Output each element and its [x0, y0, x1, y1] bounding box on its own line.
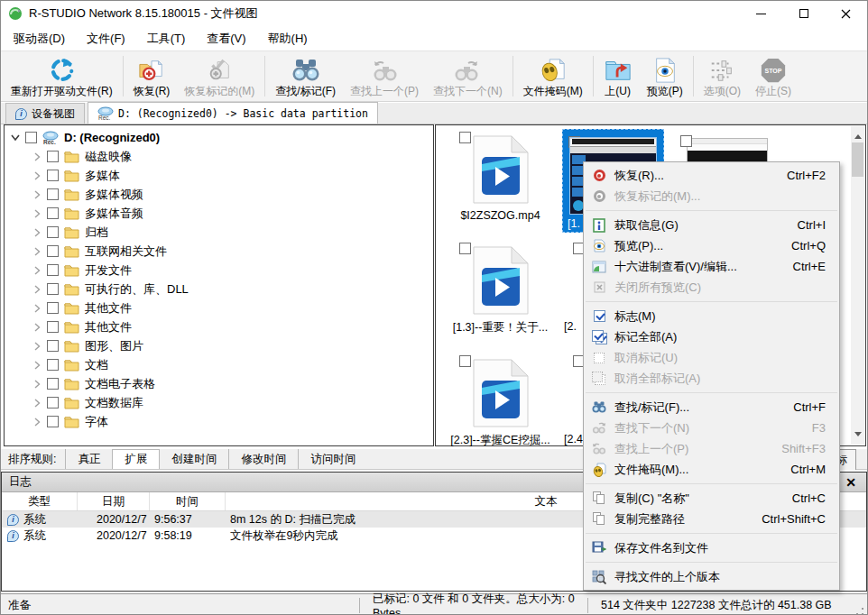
sort-tab-creation-time[interactable]: 创建时间: [159, 449, 228, 469]
tab-partition-view[interactable]: Rec. D: (Recognized0) -> Basic data part…: [88, 102, 378, 124]
reopen-drive-button[interactable]: 重新打开驱动文件(R): [4, 53, 120, 99]
file-checkbox[interactable]: [459, 243, 471, 254]
menu-help[interactable]: 帮助(H): [257, 26, 319, 51]
menu-mark[interactable]: 标志(M): [584, 306, 839, 326]
menu-preview[interactable]: 预览(P)... Ctrl+Q: [584, 235, 839, 256]
chevron-right-icon[interactable]: [32, 304, 42, 313]
file-item[interactable]: [1.3]--重要！关于...: [448, 241, 552, 335]
tree-folder-graphics[interactable]: 图形、图片: [5, 336, 433, 355]
folder-checkbox[interactable]: [47, 226, 59, 238]
log-col-date[interactable]: 日期: [78, 492, 150, 510]
find-next-button[interactable]: 查找下一个(N): [426, 53, 510, 99]
sort-tab-access-time[interactable]: 访问时间: [298, 449, 367, 469]
menu-recover-marked[interactable]: 恢复标记的(M)...: [584, 186, 839, 207]
menu-drive[interactable]: 驱动器(D): [3, 26, 76, 51]
sort-tab-extension[interactable]: 扩展: [112, 449, 159, 469]
folder-checkbox[interactable]: [47, 416, 59, 427]
menu-unmark-all[interactable]: 取消全部标记(A): [584, 368, 839, 389]
log-col-type[interactable]: 类型: [2, 492, 78, 510]
scroll-up-icon[interactable]: [854, 131, 862, 139]
scroll-down-icon[interactable]: [854, 432, 862, 440]
tree-folder-development[interactable]: 开发文件: [5, 261, 433, 280]
chevron-right-icon[interactable]: [32, 171, 42, 180]
chevron-right-icon[interactable]: [32, 418, 42, 427]
sort-tab-real[interactable]: 真正: [65, 449, 112, 469]
recover-marked-button[interactable]: 恢复标记的(M): [177, 53, 262, 99]
stop-button[interactable]: STOP 停止(S): [748, 53, 799, 99]
menu-file-mask[interactable]: 文件掩码(M)... Ctrl+M: [584, 459, 839, 480]
tree-folder-fonts[interactable]: 字体: [5, 412, 433, 431]
folder-checkbox[interactable]: [47, 283, 59, 295]
folder-checkbox[interactable]: [47, 264, 59, 276]
up-button[interactable]: 上(U): [596, 53, 640, 99]
menu-unmark[interactable]: 取消标记(U): [584, 347, 839, 368]
tree-folder-spreadsheets[interactable]: 文档电子表格: [5, 374, 433, 393]
chevron-right-icon[interactable]: [32, 247, 42, 256]
close-button[interactable]: [825, 1, 867, 26]
menu-get-info[interactable]: 获取信息(G) Ctrl+I: [584, 215, 839, 235]
tab-device-view[interactable]: i 设备视图: [5, 103, 85, 124]
file-mask-button[interactable]: 文件掩码(M): [516, 53, 590, 99]
menu-find-previous[interactable]: 查找上一个(P) Shift+F3: [584, 438, 839, 459]
folder-checkbox[interactable]: [47, 378, 59, 390]
minimize-button[interactable]: [740, 1, 782, 26]
recover-button[interactable]: 恢复(R): [126, 53, 178, 99]
file-item[interactable]: [2.3]--掌握CE挖掘...: [448, 353, 552, 448]
folder-checkbox[interactable]: [47, 170, 59, 181]
folder-checkbox[interactable]: [47, 151, 59, 162]
resize-grip[interactable]: [855, 607, 864, 615]
tree-folder-internet[interactable]: 互联网相关文件: [5, 242, 433, 261]
menu-find-next[interactable]: 查找下一个(N) F3: [584, 418, 839, 438]
chevron-right-icon[interactable]: [32, 342, 42, 351]
tree-folder-archive[interactable]: 归档: [5, 223, 433, 242]
sort-tab-modified-time[interactable]: 修改时间: [228, 449, 298, 469]
menu-recover[interactable]: 恢复(R)... Ctrl+F2: [584, 165, 839, 186]
tree-folder-documents[interactable]: 文档: [5, 355, 433, 374]
folder-checkbox[interactable]: [47, 321, 59, 333]
menu-hex-view[interactable]: 十六进制查看(V)/编辑... Ctrl+E: [584, 256, 839, 277]
file-checkbox[interactable]: [459, 355, 471, 367]
tree-folder-multimedia[interactable]: 多媒体: [5, 166, 433, 185]
options-button[interactable]: 选项(O): [697, 53, 748, 99]
file-checkbox[interactable]: [459, 132, 471, 143]
chevron-down-icon[interactable]: [11, 134, 20, 142]
chevron-right-icon[interactable]: [32, 266, 42, 275]
menu-find-mark[interactable]: 查找/标记(F)... Ctrl+F: [584, 397, 839, 418]
scrollbar-thumb[interactable]: [852, 142, 863, 177]
folder-checkbox[interactable]: [47, 207, 59, 219]
menu-find-previous-versions[interactable]: 寻找文件的上个版本: [584, 566, 839, 587]
folder-checkbox[interactable]: [47, 245, 59, 257]
menu-view[interactable]: 查看(V): [196, 26, 256, 51]
menu-file[interactable]: 文件(F): [76, 26, 136, 51]
folder-checkbox[interactable]: [47, 397, 59, 408]
log-col-time[interactable]: 时间: [150, 492, 226, 510]
chevron-right-icon[interactable]: [32, 190, 42, 199]
chevron-right-icon[interactable]: [32, 399, 42, 408]
menu-close-previews[interactable]: 关闭所有预览(C): [584, 277, 839, 298]
preview-button[interactable]: 预览(P): [640, 53, 690, 99]
vertical-scrollbar[interactable]: [851, 126, 864, 445]
file-item[interactable]: $I2ZSZOG.mp4: [448, 130, 552, 222]
tree-folder-executables[interactable]: 可执行的、库、DLL: [5, 280, 433, 298]
tree-folder-disk-images[interactable]: 磁盘映像: [5, 147, 433, 166]
menu-copy-name[interactable]: 复制(C) "名称" Ctrl+C: [584, 488, 839, 509]
tree-folder-other-files-1[interactable]: 其他文件: [5, 298, 433, 317]
tree-folder-multimedia-audio[interactable]: 多媒体音频: [5, 204, 433, 223]
tree-folder-other-files-2[interactable]: 其他文件: [5, 317, 433, 336]
folder-checkbox[interactable]: [47, 188, 59, 200]
chevron-right-icon[interactable]: [32, 323, 42, 332]
menu-mark-all[interactable]: 标记全部(A): [584, 326, 839, 347]
log-close-icon[interactable]: ✕: [843, 475, 859, 490]
chevron-right-icon[interactable]: [32, 361, 42, 370]
chevron-right-icon[interactable]: [32, 380, 42, 389]
tree-folder-multimedia-video[interactable]: 多媒体视频: [5, 185, 433, 204]
tree-folder-databases[interactable]: 文档数据库: [5, 393, 433, 412]
folder-checkbox[interactable]: [47, 359, 59, 371]
tree-root-checkbox[interactable]: [25, 132, 37, 143]
folder-checkbox[interactable]: [47, 340, 59, 352]
file-checkbox[interactable]: [680, 135, 692, 147]
chevron-right-icon[interactable]: [32, 285, 42, 294]
chevron-right-icon[interactable]: [32, 152, 42, 161]
tree-root-drive[interactable]: Rec. D: (Recognized0): [5, 128, 433, 147]
menu-tools[interactable]: 工具(T): [136, 26, 197, 51]
